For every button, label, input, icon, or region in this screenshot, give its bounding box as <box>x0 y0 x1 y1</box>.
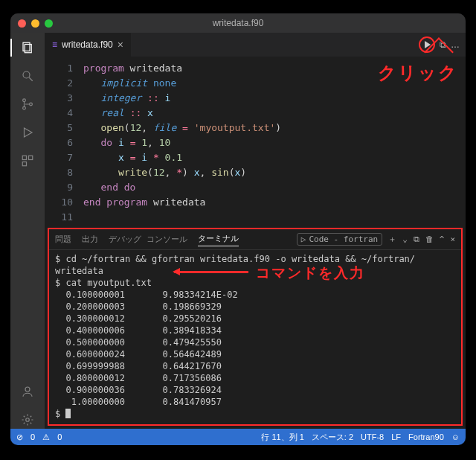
annotation-arrow <box>174 271 248 273</box>
titlebar: writedata.f90 <box>10 13 466 33</box>
source-control-icon[interactable] <box>19 95 36 113</box>
errors-icon[interactable]: ⊘ <box>16 432 23 442</box>
status-eol[interactable]: LF <box>391 432 401 441</box>
terminal-content[interactable]: $ cd ~/fortran && gfortran writedata.f90… <box>49 250 461 424</box>
svg-rect-10 <box>22 162 26 166</box>
svg-point-11 <box>25 387 30 392</box>
svg-rect-9 <box>29 156 33 159</box>
terminal-dropdown-icon[interactable]: ⌄ <box>402 234 408 244</box>
more-actions-icon[interactable]: … <box>451 39 460 50</box>
svg-line-3 <box>29 77 33 81</box>
panel-maximize-icon[interactable]: ^ <box>440 234 445 244</box>
errors-count: 0 <box>30 432 35 441</box>
warnings-icon[interactable]: ⚠ <box>42 432 50 442</box>
panel-tab-debug[interactable]: デバッグ コンソール <box>109 234 187 245</box>
svg-point-12 <box>26 418 30 422</box>
svg-marker-7 <box>25 128 33 137</box>
fortran-file-icon: ≡ <box>52 39 57 50</box>
panel-tab-terminal[interactable]: ターミナル <box>198 233 239 246</box>
line-numbers: 1234567891011 <box>45 57 83 228</box>
svg-rect-8 <box>22 156 26 159</box>
panel-tab-problems[interactable]: 問題 <box>55 234 71 245</box>
svg-point-4 <box>23 99 26 102</box>
tab-label: writedata.f90 <box>62 39 113 50</box>
panel-tab-output[interactable]: 出力 <box>82 234 98 245</box>
terminal-split-icon[interactable]: ⧉ <box>414 234 419 244</box>
status-encoding[interactable]: UTF-8 <box>361 432 384 441</box>
tab-close-icon[interactable]: × <box>118 39 123 51</box>
play-small-icon: ▷ <box>301 234 306 244</box>
status-spaces[interactable]: スペース: 2 <box>312 432 353 443</box>
warnings-count: 0 <box>57 432 62 441</box>
terminal-kill-icon[interactable]: 🗑 <box>425 234 434 244</box>
account-icon[interactable] <box>19 383 36 400</box>
svg-point-6 <box>30 103 33 106</box>
terminal-panel: 問題 出力 デバッグ コンソール ターミナル ▷ Code - fortran … <box>48 228 463 426</box>
terminal-new-icon[interactable]: ＋ <box>388 234 396 245</box>
svg-point-5 <box>23 106 26 109</box>
editor-tabs: ≡ writedata.f90 × ⧉ … <box>45 33 466 57</box>
explorer-icon[interactable] <box>19 39 36 57</box>
annotation-click: クリック <box>378 61 458 85</box>
tab-writedata[interactable]: ≡ writedata.f90 × <box>45 33 132 57</box>
status-feedback-icon[interactable]: ☺ <box>451 432 460 441</box>
status-bar: ⊘ 0 ⚠ 0 行 11、列 1 スペース: 2 UTF-8 LF Fortra… <box>10 429 466 445</box>
terminal-kind-label: ▷ Code - fortran <box>297 233 382 246</box>
annotation-command: コマンドを入力 <box>256 263 365 283</box>
status-lncol[interactable]: 行 11、列 1 <box>261 432 303 443</box>
activity-bar <box>10 33 45 429</box>
extensions-icon[interactable] <box>19 152 36 170</box>
window-title: writedata.f90 <box>10 18 466 28</box>
search-icon[interactable] <box>19 67 36 85</box>
status-lang[interactable]: Fortran90 <box>408 432 444 441</box>
gear-icon[interactable] <box>19 411 36 429</box>
panel-close-icon[interactable]: × <box>450 234 455 244</box>
run-debug-icon[interactable] <box>19 124 36 141</box>
svg-point-2 <box>23 71 30 78</box>
